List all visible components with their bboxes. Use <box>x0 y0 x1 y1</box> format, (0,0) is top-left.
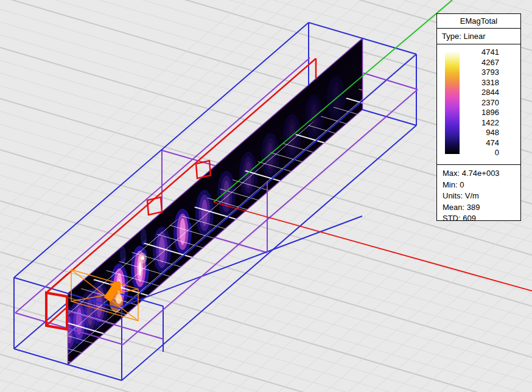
colorbar-label: 4267 <box>461 58 499 67</box>
colorbar-label: 948 <box>461 128 499 137</box>
legend-scale-type: Type: Linear <box>437 29 520 44</box>
colorbar-gradient <box>445 51 460 154</box>
stat-line: Units: V/m <box>443 191 520 202</box>
stat-line: STD: 609 <box>443 213 520 225</box>
colorbar-label: 1896 <box>461 108 499 117</box>
colorbar-label: 4741 <box>461 47 499 57</box>
colorbar-label: 3318 <box>461 78 499 87</box>
colorbar-label: 3793 <box>461 68 499 77</box>
legend-title: EMagTotal <box>437 14 520 29</box>
colorbar-label: 2370 <box>461 98 499 107</box>
colorbar-label: 0 <box>461 148 499 157</box>
red-feed-stub <box>147 197 162 215</box>
colorbar-label: 1422 <box>461 118 499 127</box>
colorbar-label: 2844 <box>461 88 499 97</box>
stat-line: Min: 0 <box>443 180 520 191</box>
stat-line: Mean: 389 <box>443 202 520 214</box>
stat-line: Max: 4.74e+003 <box>443 168 520 180</box>
simulation-3d-view-window: EMagTotal Type: Linear 47414267379333182… <box>0 0 532 392</box>
colorbar-label: 474 <box>461 138 499 147</box>
legend-color-scale: 474142673793331828442370189614229484740 <box>437 44 520 165</box>
legend-panel: EMagTotal Type: Linear 47414267379333182… <box>436 13 521 221</box>
legend-statistics: Max: 4.74e+003Min: 0Units: V/mMean: 389S… <box>437 165 520 220</box>
